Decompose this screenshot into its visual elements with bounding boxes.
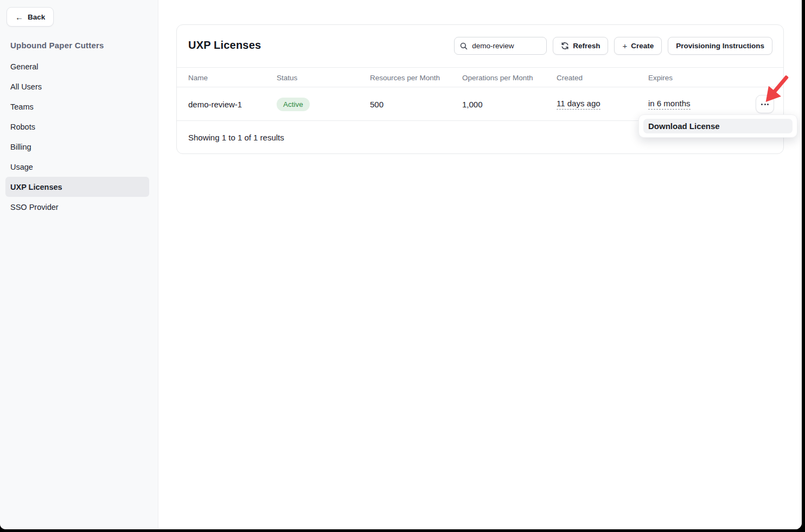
- sidebar-item-label: General: [10, 62, 39, 71]
- search-input[interactable]: [472, 42, 541, 50]
- sidebar-item-label: SSO Provider: [10, 203, 59, 211]
- sidebar-item-general[interactable]: General: [5, 56, 149, 76]
- refresh-button-label: Refresh: [573, 42, 600, 50]
- table-header: Name Status Resources per Month Operatio…: [177, 67, 783, 87]
- results-summary: Showing 1 to 1 of 1 results: [188, 133, 284, 142]
- sidebar: ← Back Upbound Paper Cutters General All…: [0, 0, 158, 529]
- created-value[interactable]: 11 days ago: [557, 99, 600, 110]
- search-icon: [460, 42, 468, 50]
- row-actions-menu: Download License: [638, 114, 797, 138]
- column-header-resources: Resources per Month: [370, 68, 440, 88]
- provisioning-instructions-button[interactable]: Provisioning Instructions: [668, 37, 772, 55]
- sidebar-item-teams[interactable]: Teams: [5, 97, 149, 117]
- search-box[interactable]: [454, 37, 547, 55]
- sidebar-item-usage[interactable]: Usage: [5, 157, 149, 177]
- status-badge: Active: [277, 98, 310, 111]
- menu-item-label: Download License: [648, 121, 720, 131]
- toolbar: Refresh + Create Provisioning Instructio…: [454, 37, 772, 55]
- expires-value[interactable]: in 6 months: [648, 99, 691, 110]
- sidebar-item-all-users[interactable]: All Users: [5, 76, 149, 97]
- column-header-expires: Expires: [648, 68, 673, 88]
- column-header-created: Created: [557, 68, 583, 88]
- sidebar-item-label: All Users: [10, 82, 42, 91]
- operations-cell: 1,000: [462, 87, 483, 121]
- sidebar-item-label: Usage: [10, 163, 33, 171]
- sidebar-item-label: Teams: [10, 102, 34, 111]
- resources-cell: 500: [370, 87, 384, 121]
- refresh-button[interactable]: Refresh: [553, 37, 608, 55]
- arrow-left-icon: ←: [15, 13, 23, 21]
- main-content: UXP Licenses: [158, 0, 802, 529]
- org-title: Upbound Paper Cutters: [10, 41, 104, 50]
- sidebar-item-uxp-licenses[interactable]: UXP Licenses: [5, 177, 149, 197]
- sidebar-nav: General All Users Teams Robots Billing U…: [5, 56, 149, 217]
- license-name-cell: demo-review-1: [188, 87, 242, 121]
- back-button[interactable]: ← Back: [7, 7, 54, 27]
- row-actions-button[interactable]: [756, 95, 774, 113]
- refresh-icon: [561, 42, 569, 50]
- provisioning-instructions-label: Provisioning Instructions: [676, 42, 764, 50]
- sidebar-item-sso-provider[interactable]: SSO Provider: [5, 197, 149, 217]
- status-cell: Active: [277, 87, 310, 121]
- column-header-status: Status: [277, 68, 297, 88]
- column-header-name: Name: [188, 68, 208, 88]
- plus-icon: +: [622, 42, 627, 50]
- sidebar-item-billing[interactable]: Billing: [5, 137, 149, 157]
- sidebar-item-label: Robots: [10, 123, 35, 131]
- ellipsis-icon: [761, 104, 763, 105]
- back-button-label: Back: [28, 13, 45, 21]
- sidebar-item-robots[interactable]: Robots: [5, 117, 149, 137]
- column-header-operations: Operations per Month: [462, 68, 533, 88]
- app-window: ← Back Upbound Paper Cutters General All…: [0, 0, 802, 529]
- sidebar-item-label: UXP Licenses: [10, 183, 62, 191]
- create-button-label: Create: [631, 42, 654, 50]
- created-cell: 11 days ago: [557, 87, 600, 121]
- page-title: UXP Licenses: [188, 39, 261, 52]
- menu-item-download-license[interactable]: Download License: [643, 119, 793, 133]
- create-button[interactable]: + Create: [614, 37, 662, 55]
- sidebar-item-label: Billing: [10, 143, 31, 151]
